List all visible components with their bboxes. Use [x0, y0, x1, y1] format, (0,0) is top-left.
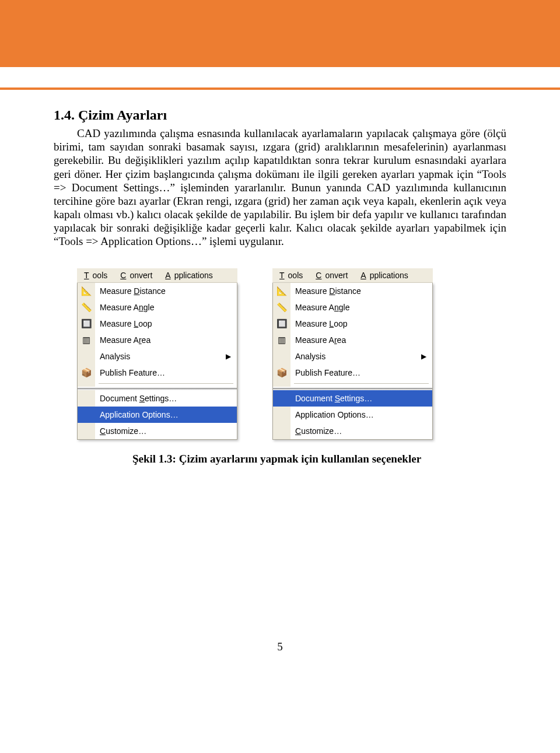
menu-item-measure-distance[interactable]: 📐 Measure Distance: [273, 283, 432, 299]
blank-icon: [273, 407, 290, 423]
menu-item-customize[interactable]: Customize…: [273, 423, 432, 439]
loop-icon: 🔲: [273, 316, 290, 332]
menu-applications[interactable]: Applications: [357, 270, 412, 281]
menu-item-publish-feature[interactable]: 📦 Publish Feature…: [78, 365, 237, 381]
header-banner: [0, 0, 560, 67]
menu-item-measure-loop[interactable]: 🔲 Measure Loop: [273, 316, 432, 332]
area-icon: ▥: [78, 332, 95, 348]
angle-icon: 📏: [78, 299, 95, 316]
menu-item-measure-angle[interactable]: 📏 Measure Angle: [78, 299, 237, 316]
menu-item-measure-area[interactable]: ▥ Measure Area: [273, 332, 432, 348]
blank-icon: [78, 423, 95, 439]
publish-icon: 📦: [273, 365, 290, 381]
menu-item-measure-loop[interactable]: 🔲 Measure Loop: [78, 316, 237, 332]
menu-bar: Tools Convert Applications: [77, 268, 237, 283]
menu-bar: Tools Convert Applications: [272, 268, 433, 283]
menu-item-customize[interactable]: Customize…: [78, 423, 237, 439]
figure: Tools Convert Applications 📐 Measure Dis…: [77, 268, 506, 465]
blank-icon: [273, 423, 290, 439]
menu-item-measure-angle[interactable]: 📏 Measure Angle: [273, 299, 432, 316]
submenu-arrow-icon: ▶: [226, 352, 231, 360]
loop-icon: 🔲: [78, 316, 95, 332]
blank-icon: [78, 407, 95, 423]
menu-separator: [273, 381, 432, 387]
menu-item-document-settings[interactable]: Document Settings…: [273, 390, 432, 407]
tools-menu-right: Tools Convert Applications 📐 Measure Dis…: [272, 268, 433, 440]
blank-icon: [78, 348, 95, 365]
page-number: 5: [54, 640, 506, 653]
menu-item-publish-feature[interactable]: 📦 Publish Feature…: [273, 365, 432, 381]
blank-icon: [273, 348, 290, 365]
blank-icon: [78, 390, 95, 407]
menu-item-measure-area[interactable]: ▥ Measure Area: [78, 332, 237, 348]
submenu-arrow-icon: ▶: [421, 352, 426, 360]
menu-item-analysis[interactable]: Analysis ▶: [273, 348, 432, 365]
menu-item-measure-distance[interactable]: 📐 Measure Distance: [78, 283, 237, 299]
body-paragraph: CAD yazılımında çalışma esnasında kullan…: [54, 127, 506, 248]
menu-item-application-options[interactable]: Application Options…: [78, 407, 237, 423]
page-content: 1.4. Çizim Ayarları CAD yazılımında çalı…: [0, 90, 560, 688]
blank-icon: [273, 390, 290, 407]
angle-icon: 📏: [273, 299, 290, 316]
figure-caption: Şekil 1.3: Çizim ayarlarını yapmak için …: [132, 453, 506, 465]
menu-item-analysis[interactable]: Analysis ▶: [78, 348, 237, 365]
publish-icon: 📦: [78, 365, 95, 381]
menu-convert[interactable]: Convert: [312, 270, 351, 281]
area-icon: ▥: [273, 332, 290, 348]
menu-tools[interactable]: Tools: [80, 270, 111, 281]
ruler-icon: 📐: [273, 283, 290, 299]
menu-applications[interactable]: Applications: [162, 270, 216, 281]
menu-tools[interactable]: Tools: [276, 270, 306, 281]
menu-item-document-settings[interactable]: Document Settings…: [78, 390, 237, 407]
section-heading: 1.4. Çizim Ayarları: [54, 107, 506, 123]
menu-separator: [78, 381, 237, 387]
ruler-icon: 📐: [78, 283, 95, 299]
menu-convert[interactable]: Convert: [117, 270, 156, 281]
tools-menu-left: Tools Convert Applications 📐 Measure Dis…: [77, 268, 237, 440]
menu-item-application-options[interactable]: Application Options…: [273, 407, 432, 423]
